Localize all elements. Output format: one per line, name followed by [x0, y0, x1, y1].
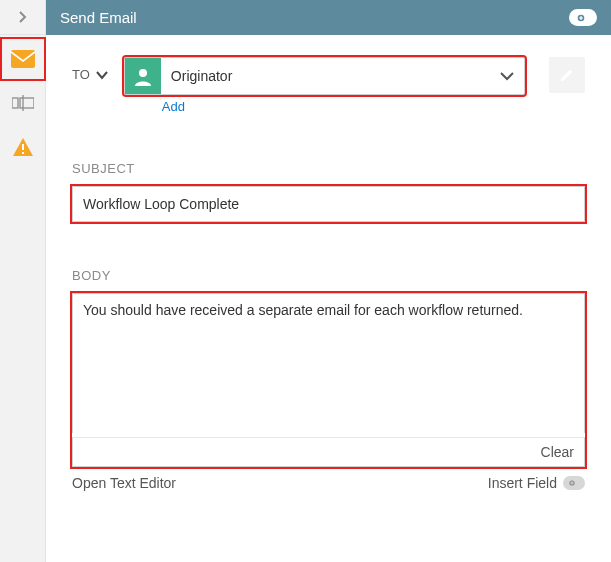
chevron-down-icon	[500, 71, 514, 81]
plus-in-pill-icon	[576, 13, 590, 23]
svg-rect-0	[11, 50, 35, 68]
panel-content: TO Originator	[46, 35, 611, 562]
main-panel: Send Email TO	[46, 0, 611, 562]
insert-field-label: Insert Field	[488, 475, 557, 491]
svg-point-7	[139, 69, 147, 77]
to-label-wrap[interactable]: TO	[72, 57, 108, 82]
recipient-avatar	[125, 58, 161, 94]
chevron-down-icon	[96, 70, 108, 80]
chevron-right-icon	[17, 11, 29, 23]
pencil-icon	[559, 67, 575, 83]
svg-rect-4	[22, 144, 24, 150]
envelope-icon	[11, 50, 35, 68]
to-label: TO	[72, 67, 90, 82]
insert-field-badge	[563, 476, 585, 490]
insert-field-link[interactable]: Insert Field	[488, 475, 585, 491]
edit-recipient-button[interactable]	[549, 57, 585, 93]
svg-rect-5	[22, 152, 24, 154]
panel-title: Send Email	[60, 9, 137, 26]
sidebar-item-warning[interactable]	[0, 125, 46, 169]
body-textarea[interactable]	[72, 293, 585, 433]
person-icon	[133, 66, 153, 86]
subject-input[interactable]	[72, 186, 585, 222]
sidebar-collapse-toggle[interactable]	[0, 0, 45, 35]
header-add-badge[interactable]	[569, 9, 597, 26]
open-text-editor-link[interactable]: Open Text Editor	[72, 475, 176, 491]
body-footer-row: Open Text Editor Insert Field	[72, 475, 585, 491]
panel-header: Send Email	[46, 0, 611, 35]
to-recipient-field[interactable]: Originator	[124, 57, 525, 95]
to-recipient-value: Originator	[161, 68, 490, 84]
body-area-wrap: Clear	[72, 293, 585, 467]
svg-rect-1	[12, 98, 18, 108]
plus-in-pill-icon	[568, 479, 580, 487]
to-dropdown-toggle[interactable]	[490, 71, 524, 81]
to-row: TO Originator	[72, 57, 585, 115]
add-recipient-link[interactable]: Add	[162, 99, 185, 114]
sidebar-item-form[interactable]	[0, 81, 46, 125]
warning-triangle-icon	[12, 137, 34, 157]
body-label: BODY	[72, 268, 585, 283]
subject-label: SUBJECT	[72, 161, 585, 176]
form-field-icon	[12, 95, 34, 111]
clear-body-button[interactable]: Clear	[541, 444, 574, 460]
sidebar	[0, 0, 46, 562]
svg-rect-2	[20, 98, 34, 108]
body-clear-row: Clear	[72, 437, 585, 467]
sidebar-item-email[interactable]	[0, 37, 46, 81]
